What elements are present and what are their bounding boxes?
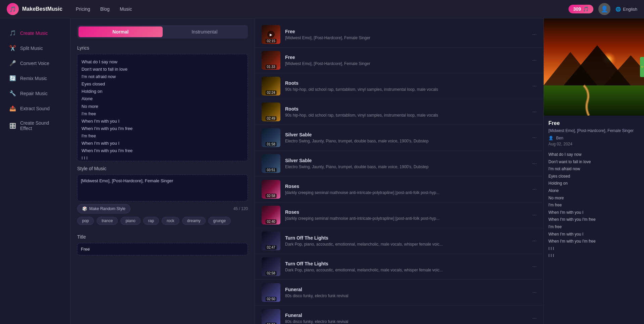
side-tab[interactable]: 💚 (640, 57, 644, 77)
song-item[interactable]: 02:24 Roots 90s hip-hop, old school rap,… (255, 73, 543, 99)
song-more-button[interactable]: ··· (532, 315, 537, 321)
song-duration: 02:15 (265, 39, 276, 43)
lyrics-textarea[interactable]: What do I say now Don't want to fall in … (77, 54, 248, 161)
song-title: Free (285, 55, 528, 60)
song-duration: 02:49 (265, 116, 276, 121)
style-tag-trance[interactable]: trance (97, 217, 118, 225)
split-music-icon: ✂️ (9, 45, 16, 51)
song-duration: 01:58 (265, 142, 276, 146)
sidebar-item-remix-music[interactable]: 🔄 Remix Music (3, 71, 67, 85)
create-sound-effect-icon: 🎛️ (9, 123, 16, 129)
song-more-button[interactable]: ··· (532, 264, 537, 270)
track-art-gradient (544, 18, 644, 116)
style-tag-pop[interactable]: pop (77, 217, 94, 225)
credits-badge[interactable]: 309 🎵 (569, 5, 593, 13)
song-item[interactable]: 02:50 Funeral 80s disco funky, electro f… (255, 306, 543, 324)
song-more-button[interactable]: ··· (532, 160, 537, 167)
author-icon: 👤 (548, 136, 553, 140)
song-title: Roses (285, 184, 528, 189)
lyrics-label: Lyrics (77, 45, 248, 51)
song-item[interactable]: 02:47 Turn Off The Lights Dark Pop, pian… (255, 228, 543, 254)
song-more-button[interactable]: ··· (532, 31, 537, 38)
title-input[interactable]: Free (77, 243, 248, 255)
song-title: Roots (285, 106, 528, 112)
track-detail-date: Aug 02, 2024 (548, 142, 639, 146)
song-title: Silver Sable (285, 132, 528, 137)
sidebar-item-repair-music[interactable]: 🔧 Repair Music (3, 86, 67, 101)
song-info: Turn Off The Lights Dark Pop, piano, acc… (285, 235, 528, 247)
song-more-button[interactable]: ··· (532, 238, 537, 244)
song-more-button[interactable]: ··· (532, 135, 537, 141)
style-tag-piano[interactable]: piano (120, 217, 140, 225)
song-item[interactable]: 02:58 Roses [darkly creeping seminal mat… (255, 177, 543, 202)
song-info: Roots 90s hip-hop, old school rap, turnt… (285, 80, 528, 92)
song-duration: 02:40 (265, 219, 276, 224)
sidebar-label-split-music: Split Music (20, 46, 43, 51)
style-tag-rap[interactable]: rap (143, 217, 159, 225)
avatar[interactable]: 👤 (598, 3, 610, 15)
song-description: Dark Pop, piano, accoustic, emotionnal, … (285, 268, 528, 272)
header-right: 309 🎵 👤 🌐 English (569, 3, 637, 15)
sidebar: 🎵 Create Music ✂️ Split Music 🎤 Convert … (0, 18, 70, 324)
track-detail-author: 👤 Ben (548, 136, 639, 140)
nav-pricing[interactable]: Pricing (76, 6, 90, 12)
song-more-button[interactable]: ··· (532, 109, 537, 115)
song-thumbnail: 02:58 (262, 180, 280, 199)
logo[interactable]: 🎵 MakeBestMusic (7, 3, 62, 15)
tab-normal[interactable]: Normal (78, 26, 163, 37)
logo-text: MakeBestMusic (22, 6, 62, 12)
song-info: Roots 90s hip-hop, old school rap, turnt… (285, 106, 528, 118)
nav-blog[interactable]: Blog (100, 6, 110, 12)
song-info: Funeral 80s disco funky, electro funk re… (285, 287, 528, 298)
sidebar-item-convert-voice[interactable]: 🎤 Convert Voice (3, 56, 67, 70)
song-description: 90s hip-hop, old school rap, turntablism… (285, 87, 528, 92)
song-item[interactable]: 02:49 Roots 90s hip-hop, old school rap,… (255, 99, 543, 125)
song-more-button[interactable]: ··· (532, 186, 537, 192)
song-title: Turn Off The Lights (285, 235, 528, 241)
mode-tabs: Normal Instrumental (77, 25, 248, 39)
song-more-button[interactable]: ··· (532, 289, 537, 296)
song-item[interactable]: 02:50 Funeral 80s disco funky, electro f… (255, 280, 543, 306)
play-button[interactable]: ▶ (267, 31, 275, 38)
style-tag-grunge[interactable]: grunge (208, 217, 231, 225)
style-tag-dreamy[interactable]: dreamy (182, 217, 206, 225)
song-more-button[interactable]: ··· (532, 57, 537, 63)
song-duration: 02:47 (265, 245, 276, 250)
song-item[interactable]: ▶ 02:15 Free [Midwest Emo], [Post-Hardco… (255, 22, 543, 48)
sidebar-label-create-sound-effect: Create Sound Effect (20, 120, 61, 131)
song-description: Electro Swing, Jaunty, Piano, trumpet, d… (285, 165, 528, 169)
song-more-button[interactable]: ··· (532, 83, 537, 89)
style-tag-rock[interactable]: rock (162, 217, 179, 225)
song-item[interactable]: 03:51 Silver Sable Electro Swing, Jaunty… (255, 151, 543, 177)
sidebar-label-convert-voice: Convert Voice (20, 61, 49, 66)
nav-music[interactable]: Music (120, 6, 132, 12)
song-item[interactable]: 02:58 Turn Off The Lights Dark Pop, pian… (255, 254, 543, 280)
song-thumbnail: 02:47 (262, 232, 280, 250)
sidebar-item-create-sound-effect[interactable]: 🎛️ Create Sound Effect (3, 116, 67, 135)
sidebar-item-create-music[interactable]: 🎵 Create Music (3, 26, 67, 40)
song-title: Silver Sable (285, 158, 528, 163)
tab-instrumental[interactable]: Instrumental (163, 26, 247, 37)
song-more-button[interactable]: ··· (532, 212, 537, 218)
sidebar-item-extract-sound[interactable]: 📤 Extract Sound (3, 101, 67, 116)
sidebar-item-split-music[interactable]: ✂️ Split Music (3, 41, 67, 55)
language-selector[interactable]: 🌐 English (615, 7, 637, 12)
song-item[interactable]: 02:40 Roses [darkly creeping seminal mat… (255, 202, 543, 228)
song-description: 80s disco funky, electro funk revival (285, 319, 528, 324)
song-duration: 02:24 (265, 90, 276, 95)
track-artwork: 💚 (544, 18, 644, 116)
song-thumbnail: 02:24 (262, 77, 280, 95)
song-thumbnail: 02:49 (262, 103, 280, 121)
song-item[interactable]: 01:58 Silver Sable Electro Swing, Jaunty… (255, 125, 543, 151)
song-duration: 02:58 (265, 194, 276, 198)
song-description: [Midwest Emo], [Post-Hardcore], Female S… (285, 36, 528, 40)
header: 🎵 MakeBestMusic Pricing Blog Music 309 🎵… (0, 0, 644, 18)
lyrics-content: What do I say now Don't want to fall in … (82, 58, 244, 161)
random-style-button[interactable]: 🎲 Make Random Style (77, 204, 130, 213)
song-duration: 02:50 (265, 297, 276, 301)
song-item[interactable]: 01:33 Free [Midwest Emo], [Post-Hardcore… (255, 48, 543, 73)
style-input[interactable]: [Midwest Emo], [Post-Hardcore], Female S… (77, 175, 248, 201)
sidebar-label-repair-music: Repair Music (20, 91, 48, 96)
song-thumbnail: ▶ 02:15 (262, 25, 280, 44)
title-label: Title (77, 234, 248, 240)
